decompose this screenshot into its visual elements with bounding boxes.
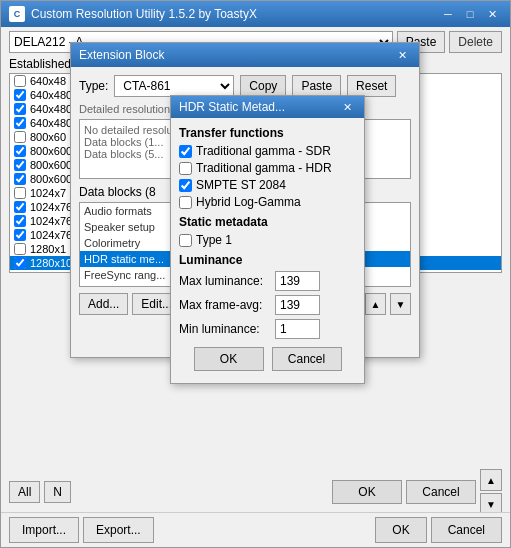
static-metadata-title: Static metadata	[179, 215, 356, 229]
delete-button[interactable]: Delete	[449, 31, 502, 53]
checkbox-smpte: SMPTE ST 2084	[179, 178, 356, 192]
import-button[interactable]: Import...	[9, 517, 79, 543]
ext-title: Extension Block	[79, 48, 164, 62]
ext-close-button[interactable]: ✕	[393, 47, 411, 63]
final-ok-button[interactable]: OK	[375, 517, 426, 543]
hybrid-label: Hybrid Log-Gamma	[196, 195, 301, 209]
close-button[interactable]: ✕	[482, 5, 502, 23]
checkbox-type1: Type 1	[179, 233, 356, 247]
checkbox-traditional-hdr: Traditional gamma - HDR	[179, 161, 356, 175]
min-luminance-row: Min luminance:	[179, 319, 356, 339]
max-frame-avg-input[interactable]	[275, 295, 320, 315]
max-frame-avg-label: Max frame-avg:	[179, 298, 269, 312]
main-mid-bottom: All N OK Cancel ▲ ▼	[1, 469, 510, 515]
traditional-sdr-label: Traditional gamma - SDR	[196, 144, 331, 158]
n-button[interactable]: N	[44, 481, 71, 503]
hdr-content: Transfer functions Traditional gamma - S…	[171, 118, 364, 383]
maximize-button[interactable]: □	[460, 5, 480, 23]
app-icon: C	[9, 6, 25, 22]
luminance-title: Luminance	[179, 253, 356, 267]
type1-label: Type 1	[196, 233, 232, 247]
type-label: Type:	[79, 79, 108, 93]
type1-checkbox[interactable]	[179, 234, 192, 247]
checkbox-hybrid: Hybrid Log-Gamma	[179, 195, 356, 209]
hybrid-checkbox[interactable]	[179, 196, 192, 209]
max-frame-avg-row: Max frame-avg:	[179, 295, 356, 315]
blocks-arrow-up-button[interactable]: ▲	[365, 293, 386, 315]
type-select[interactable]: CTA-861	[114, 75, 234, 97]
minimize-button[interactable]: ─	[438, 5, 458, 23]
add-button[interactable]: Add...	[79, 293, 128, 315]
traditional-hdr-label: Traditional gamma - HDR	[196, 161, 332, 175]
hdr-titlebar: HDR Static Metad... ✕	[171, 96, 364, 118]
transfer-functions-title: Transfer functions	[179, 126, 356, 140]
hdr-buttons: OK Cancel	[179, 347, 356, 375]
traditional-hdr-checkbox[interactable]	[179, 162, 192, 175]
traditional-sdr-checkbox[interactable]	[179, 145, 192, 158]
side-arrows: ▲ ▼	[480, 469, 502, 515]
all-button[interactable]: All	[9, 481, 40, 503]
main-cancel-button[interactable]: Cancel	[406, 480, 476, 504]
main-title: Custom Resolution Utility 1.5.2 by Toast…	[31, 7, 257, 21]
arrow-up-button[interactable]: ▲	[480, 469, 502, 491]
final-cancel-button[interactable]: Cancel	[431, 517, 502, 543]
type-row: Type: CTA-861 Copy Paste Reset	[79, 75, 411, 97]
checkbox-traditional-sdr: Traditional gamma - SDR	[179, 144, 356, 158]
hdr-ok-button[interactable]: OK	[194, 347, 264, 371]
hdr-close-button[interactable]: ✕	[338, 99, 356, 115]
ext-titlebar: Extension Block ✕	[71, 43, 419, 67]
luminance-section: Luminance Max luminance: Max frame-avg: …	[179, 253, 356, 339]
titlebar-left: C Custom Resolution Utility 1.5.2 by Toa…	[9, 6, 257, 22]
max-luminance-row: Max luminance:	[179, 271, 356, 291]
blocks-arrow-down-button[interactable]: ▼	[390, 293, 411, 315]
hdr-title: HDR Static Metad...	[179, 100, 285, 114]
smpte-checkbox[interactable]	[179, 179, 192, 192]
smpte-label: SMPTE ST 2084	[196, 178, 286, 192]
min-luminance-input[interactable]	[275, 319, 320, 339]
main-titlebar: C Custom Resolution Utility 1.5.2 by Toa…	[1, 1, 510, 27]
reset-top-button[interactable]: Reset	[347, 75, 396, 97]
hdr-cancel-button[interactable]: Cancel	[272, 347, 342, 371]
copy-button[interactable]: Copy	[240, 75, 286, 97]
export-button[interactable]: Export...	[83, 517, 154, 543]
hdr-dialog: HDR Static Metad... ✕ Transfer functions…	[170, 95, 365, 384]
static-metadata-section: Static metadata Type 1	[179, 215, 356, 247]
min-luminance-label: Min luminance:	[179, 322, 269, 336]
main-ok-button[interactable]: OK	[332, 480, 402, 504]
max-luminance-label: Max luminance:	[179, 274, 269, 288]
paste-button[interactable]: Paste	[292, 75, 341, 97]
main-footer: Import... Export... OK Cancel	[1, 512, 510, 547]
titlebar-buttons: ─ □ ✕	[438, 5, 502, 23]
max-luminance-input[interactable]	[275, 271, 320, 291]
